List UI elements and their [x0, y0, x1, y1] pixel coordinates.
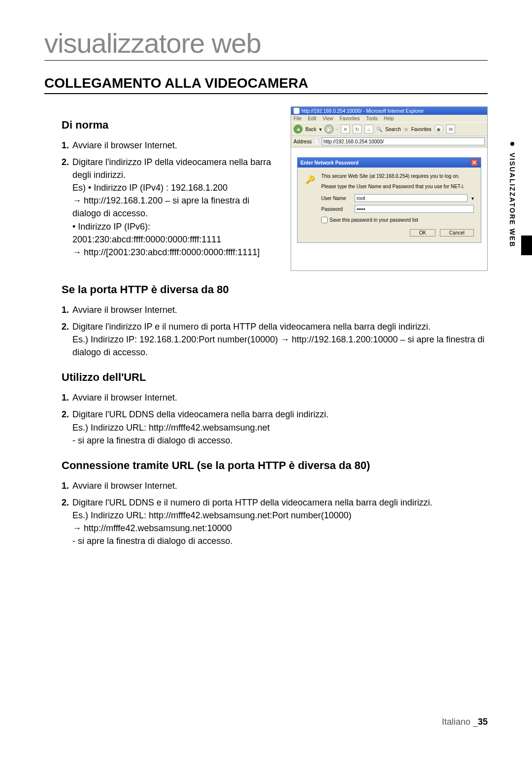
list-number: 2. [62, 496, 72, 547]
menu-favorites[interactable]: Favorites [339, 116, 360, 121]
chapter-title: visualizzatore web [44, 27, 488, 61]
list-number: 2. [62, 408, 72, 446]
page-footer: Italiano _35 [442, 717, 488, 727]
menu-file[interactable]: File [294, 116, 301, 121]
side-tab: VISUALIZZATORE WEB [508, 142, 516, 247]
sub4-item2: Digitare l'URL DDNS e il numero di porta… [72, 496, 488, 547]
list-number: 1. [62, 139, 72, 152]
menu-edit[interactable]: Edit [308, 116, 316, 121]
key-icon: 🔑 [304, 173, 316, 185]
sub3-item2: Digitare l'URL DDNS della videocamera ne… [72, 408, 488, 446]
refresh-button[interactable]: ↻ [353, 125, 362, 134]
search-label[interactable]: Search [385, 127, 401, 132]
menu-tools[interactable]: Tools [366, 116, 377, 121]
dropdown-icon: ▾ [319, 127, 322, 132]
menu-help[interactable]: Help [384, 116, 394, 121]
browser-titlebar: http://192.168.0.254:10000/ - Microsoft … [291, 107, 487, 115]
browser-toolbar: ◄ Back ▾ ► · ✕ ↻ ⌂ 🔍 Search ☆ Favorites … [291, 122, 487, 136]
search-icon[interactable]: 🔍 [376, 127, 382, 132]
sub2-item1: Avviare il browser Internet. [72, 303, 488, 316]
menu-view[interactable]: View [323, 116, 333, 121]
forward-button[interactable]: ► [325, 125, 333, 134]
side-marker [521, 236, 532, 255]
list-number: 1. [62, 391, 72, 404]
ok-button[interactable]: OK [410, 229, 435, 236]
bullet-icon [510, 142, 514, 146]
media-button[interactable]: ◉ [434, 125, 443, 134]
sub4-title: Connessione tramite URL (se la porta HTT… [62, 459, 488, 472]
list-number: 2. [62, 156, 72, 259]
sub2-title: Se la porta HTTP è diversa da 80 [62, 283, 488, 296]
save-password-checkbox[interactable] [321, 217, 328, 223]
sub1-item2: Digitare l'indirizzo IP della videocamer… [72, 156, 278, 259]
sub4-item1: Avviare il browser Internet. [72, 479, 488, 492]
sub3-title: Utilizzo dell'URL [62, 371, 488, 384]
close-icon[interactable]: ✕ [471, 159, 478, 166]
side-tab-label: VISUALIZZATORE WEB [508, 153, 516, 248]
address-input[interactable] [322, 137, 485, 145]
dropdown-icon[interactable]: ▾ [471, 196, 474, 201]
username-label: User Name [321, 196, 351, 201]
ie-icon [294, 108, 299, 114]
list-number: 1. [62, 479, 72, 492]
password-input[interactable] [355, 205, 474, 213]
save-password-label: Save this password in your password list [330, 217, 418, 223]
sub1-item1: Avviare il browser Internet. [72, 139, 278, 152]
browser-menubar: File Edit View Favorites Tools Help [291, 115, 487, 122]
sub2-item2: Digitare l'indirizzo IP e il numero di p… [72, 320, 488, 359]
page-icon: 📄 [314, 139, 320, 144]
mail-button[interactable]: ✉ [446, 125, 455, 134]
footer-language: Italiano _ [442, 717, 478, 727]
password-dialog: Enter Network Password ✕ 🔑 This secure W… [297, 157, 481, 243]
page-number: 35 [478, 717, 488, 727]
browser-window: http://192.168.0.254:10000/ - Microsoft … [291, 106, 488, 271]
sub1-title: Di norma [62, 119, 278, 132]
list-number: 1. [62, 303, 72, 316]
browser-title: http://192.168.0.254:10000/ - Microsoft … [301, 108, 424, 114]
stop-button[interactable]: ✕ [341, 125, 350, 134]
dialog-line1: This secure Web Site (at 192.168.0.254) … [321, 173, 474, 179]
favorites-icon[interactable]: ☆ [404, 127, 408, 132]
dialog-title: Enter Network Password [300, 160, 359, 166]
favorites-label[interactable]: Favorites [411, 127, 432, 132]
username-input[interactable] [355, 194, 467, 202]
cancel-button[interactable]: Cancel [440, 229, 474, 236]
back-label[interactable]: Back [305, 127, 316, 132]
address-label: Address [294, 139, 312, 144]
browser-addressbar: Address 📄 [291, 136, 487, 147]
sub3-item1: Avviare il browser Internet. [72, 391, 488, 404]
back-button[interactable]: ◄ [294, 125, 302, 134]
section-title: COLLEGAMENTO ALLA VIDEOCAMERA [44, 75, 488, 94]
password-label: Password [321, 206, 351, 212]
home-button[interactable]: ⌂ [365, 125, 373, 134]
dialog-line2: Please type the User Name and Password t… [321, 184, 474, 189]
list-number: 2. [62, 320, 72, 359]
